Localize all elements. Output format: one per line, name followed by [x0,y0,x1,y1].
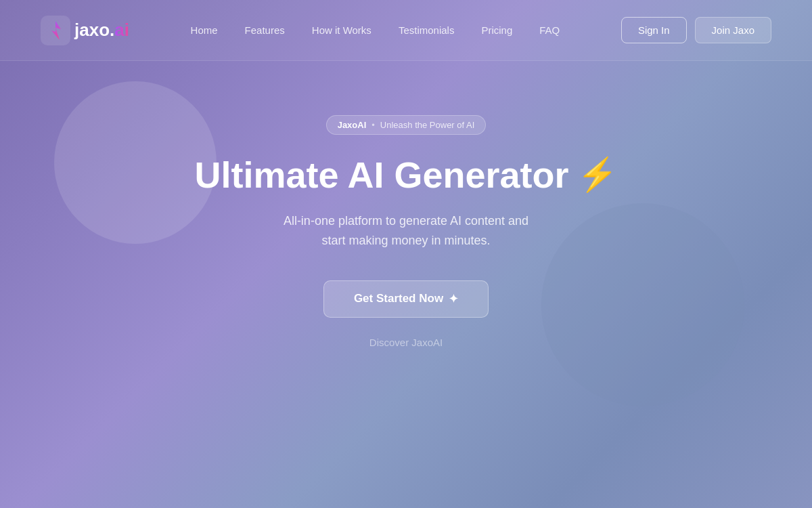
hero-title-text: Ultimate AI Generator [194,155,568,195]
badge-brand: JaxoAI [338,120,367,130]
nav-link-testimonials[interactable]: Testimonials [399,24,455,36]
nav-item-how-it-works[interactable]: How it Works [312,24,371,37]
page-wrapper: jaxo.ai Home Features How it Works Testi… [0,0,812,508]
badge-text: Unleash the Power of AI [380,120,474,130]
logo-ai: ai [114,20,129,40]
hero-section: JaxoAI • Unleash the Power of AI Ultimat… [0,61,812,348]
nav-link-home[interactable]: Home [191,24,218,36]
sign-in-button[interactable]: Sign In [621,17,687,43]
nav-item-testimonials[interactable]: Testimonials [399,24,455,37]
logo-icon [41,16,70,45]
lightning-icon: ⚡ [577,157,618,193]
nav-actions: Sign In Join Jaxo [621,17,771,43]
get-started-button[interactable]: Get Started Now ✦ [323,280,489,318]
cta-icon: ✦ [449,292,458,306]
logo[interactable]: jaxo.ai [41,16,129,45]
hero-subtitle: All-in-one platform to generate AI conte… [284,211,528,251]
hero-subtitle-line1: All-in-one platform to generate AI conte… [284,214,528,228]
nav-item-home[interactable]: Home [191,24,218,37]
nav-item-faq[interactable]: FAQ [539,24,560,37]
hero-title: Ultimate AI Generator ⚡ [194,155,617,195]
nav-item-pricing[interactable]: Pricing [481,24,512,37]
nav-link-how-it-works[interactable]: How it Works [312,24,371,36]
badge-dot: • [371,120,375,130]
nav-link-faq[interactable]: FAQ [539,24,560,36]
logo-jaxo: jaxo [74,20,110,40]
nav-links: Home Features How it Works Testimonials … [191,24,560,37]
cta-label: Get Started Now [354,292,443,305]
join-button[interactable]: Join Jaxo [695,17,771,43]
nav-link-features[interactable]: Features [245,24,285,36]
discover-link[interactable]: Discover JaxoAI [369,337,443,348]
logo-text: jaxo.ai [74,20,129,41]
nav-link-pricing[interactable]: Pricing [481,24,512,36]
hero-subtitle-line2: start making money in minutes. [321,234,490,247]
navbar: jaxo.ai Home Features How it Works Testi… [0,0,812,61]
hero-badge: JaxoAI • Unleash the Power of AI [326,115,487,135]
nav-item-features[interactable]: Features [245,24,285,37]
